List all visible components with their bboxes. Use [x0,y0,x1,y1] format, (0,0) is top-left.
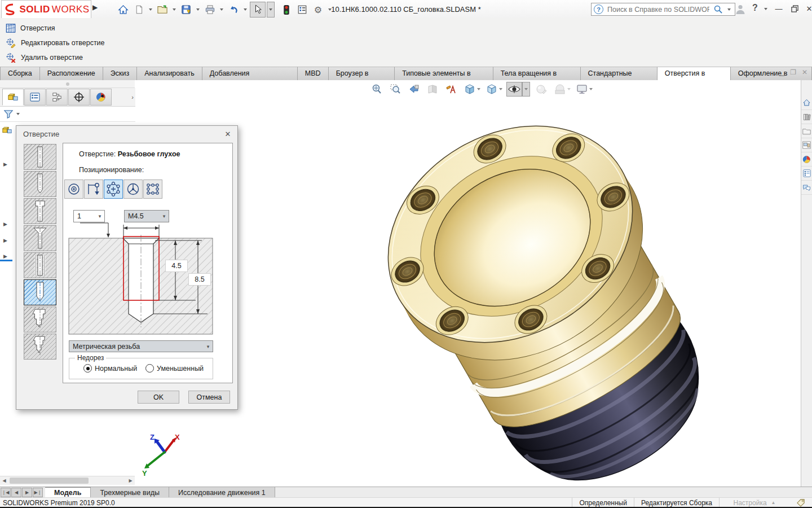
hole-type-tapped-through[interactable] [24,252,56,278]
help-button[interactable]: ? [752,3,758,13]
taskpane-file-explorer-icon[interactable] [801,124,812,138]
undercut-reduced-radio[interactable]: Уменьшенный [145,364,204,373]
options-gear-button[interactable]: ⚙ [311,2,325,17]
tab-standard-parts[interactable]: Стандартные детали [581,67,657,80]
help-search-box[interactable]: ? [591,3,735,16]
cancel-button[interactable]: Отмена [188,391,230,404]
options-caret[interactable] [328,8,332,11]
flyout-arrow-3[interactable]: ▶ [3,238,7,243]
user-account-icon[interactable] [735,3,746,16]
hole-type-tapped-blind[interactable] [24,279,56,305]
new-document-button[interactable] [131,2,146,17]
scroll-right-icon[interactable]: ▶ [126,477,135,485]
panel-horizontal-scrollbar[interactable]: ◀ ▶ [0,476,135,485]
flyout-arrow-2[interactable]: ▶ [3,221,7,227]
tab-scroll-next-icon[interactable]: ▶ [22,488,32,497]
new-caret[interactable] [149,8,152,11]
panel-expand-chevron[interactable]: › [131,94,134,100]
tab-motion-study[interactable]: Исследование движения 1 [169,487,275,498]
tab-sketch[interactable]: Эскиз [103,67,137,80]
tab-dimxpert[interactable] [68,89,90,106]
taskpane-appearances-icon[interactable] [801,152,812,167]
scroll-left-icon[interactable]: ◀ [0,477,8,485]
flyout-arrow-1[interactable]: ▶ [3,161,7,167]
dialog-title-bar[interactable]: Отверстие [16,126,237,142]
help-caret[interactable] [764,8,767,10]
panel-splitter[interactable] [0,80,135,88]
tab-browser[interactable]: Броузер в сборке [329,67,395,80]
hole-type-through[interactable] [24,144,56,170]
tab-display-manager[interactable] [90,89,112,106]
hole-type-tapered-pipe[interactable] [24,334,56,360]
tab-3d-views[interactable]: Трехмерные виды [91,487,169,498]
undo-button[interactable] [226,2,241,17]
save-caret[interactable] [196,8,200,11]
holes-command[interactable]: Отверстия [6,21,55,35]
search-caret[interactable] [727,8,731,11]
taskpane-design-library-icon[interactable] [801,110,812,124]
taskpane-forum-icon[interactable] [801,181,812,195]
tab-scroll-prev-icon[interactable]: ◀ [11,488,21,497]
menu-flyout-arrow[interactable]: ▶ [92,3,98,11]
configuration-control[interactable]: Настройка ▲ [719,498,789,507]
tag-control[interactable] [789,498,812,507]
select-caret[interactable] [267,2,275,17]
open-caret[interactable] [173,8,176,11]
tab-layout[interactable]: Расположение [40,67,103,80]
tab-features[interactable]: Типовые элементы в сборке [395,67,493,80]
scroll-thumb[interactable] [10,478,89,484]
tab-configuration-manager[interactable] [46,89,68,106]
filter-funnel-icon[interactable] [3,110,14,119]
hole-type-blind[interactable] [24,171,56,197]
assembly-node-icon[interactable] [2,125,12,137]
search-icon[interactable] [713,5,723,14]
edit-hole-command[interactable]: Редактировать отверстие [6,36,105,50]
undo-caret[interactable] [244,8,247,11]
tab-evaluate[interactable]: Анализировать [137,67,202,80]
hole-type-counterbore[interactable] [24,198,56,224]
delete-hole-command[interactable]: Удалить отверстие [6,51,83,64]
ok-button[interactable]: OK [138,391,179,404]
tab-scroll-last-icon[interactable]: ▶❘ [33,488,43,497]
solidworks-logo[interactable]: SOLIDWORKS [1,0,91,19]
dialog-close-icon[interactable]: ✕ [222,128,234,139]
thread-standard-dropdown[interactable]: Метрическая резьба▾ [69,340,213,352]
filter-caret[interactable] [16,113,20,115]
position-hex-pattern-icon[interactable] [104,179,123,199]
taskpane-view-palette-icon[interactable] [801,138,812,152]
tab-property-manager[interactable] [24,89,46,106]
tab-mbd[interactable]: MBD [298,67,329,80]
position-circular-pattern-icon[interactable] [123,179,143,199]
hole-type-countersink[interactable] [24,225,56,251]
doc-minimize-icon[interactable]: ▁ [779,68,784,76]
tab-addins[interactable]: Добавления SOLIDWORKS [202,67,298,80]
tab-holes-in-assembly[interactable]: Отверстия в сборке [657,67,731,81]
properties-list-button[interactable] [295,2,310,17]
close-button[interactable]: ✕ [802,2,812,15]
select-tool-button[interactable] [250,2,266,17]
tab-featuremanager-tree[interactable] [2,89,24,106]
doc-close-icon[interactable]: ✕ [802,68,807,76]
flyout-arrow-4[interactable]: ▶ [3,253,7,259]
open-button[interactable] [155,2,170,17]
print-caret[interactable] [220,8,223,11]
save-button[interactable] [179,2,193,17]
search-input[interactable] [606,5,710,14]
hole-type-tapered-tap[interactable] [24,306,56,332]
print-button[interactable] [202,2,217,17]
tab-revolve[interactable]: Тела вращения в сборке [493,67,581,80]
tab-model[interactable]: Модель [45,487,91,498]
doc-restore-icon[interactable]: ❐ [790,68,796,76]
position-concentric-icon[interactable] [64,179,83,199]
taskpane-home-icon[interactable] [801,96,812,110]
home-button[interactable] [116,2,130,17]
position-linear-icon[interactable] [84,179,103,199]
tab-assembly[interactable]: Сборка [0,67,40,80]
taskpane-custom-properties-icon[interactable] [801,167,812,181]
tab-scroll-first-icon[interactable]: ❘◀ [1,488,11,497]
position-rect-pattern-icon[interactable] [143,179,162,199]
undercut-normal-radio[interactable]: Нормальный [83,364,137,373]
rebuild-button[interactable] [279,2,294,17]
restore-button[interactable] [787,2,802,15]
minimize-button[interactable]: — [771,2,786,15]
